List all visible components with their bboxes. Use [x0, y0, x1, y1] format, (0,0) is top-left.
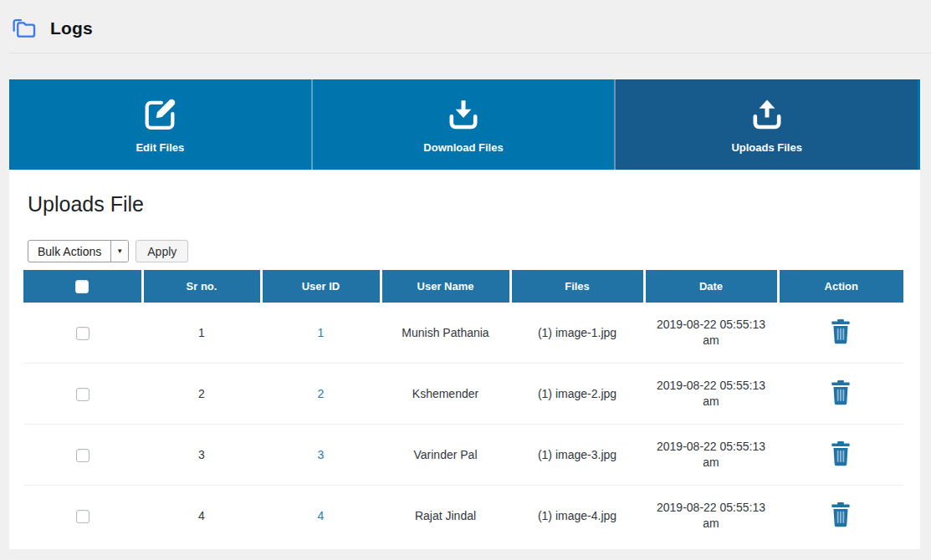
- user-id-link[interactable]: 1: [318, 326, 325, 339]
- cell-user-name: Munish Pathania: [381, 303, 510, 364]
- row-checkbox[interactable]: [76, 510, 90, 523]
- folder-icon: [11, 17, 38, 40]
- header-checkbox-cell: [23, 270, 142, 303]
- delete-button[interactable]: [830, 318, 852, 344]
- table-row: 2 2 Kshemender (1) image-2.jpg 2019-08-2…: [23, 364, 903, 425]
- cell-files: (1) image-3.jpg: [510, 425, 644, 486]
- header-date: Date: [644, 270, 778, 303]
- cell-user-name: Kshemender: [381, 364, 510, 425]
- tab-label: Download Files: [423, 141, 503, 154]
- table-row: 1 1 Munish Pathania (1) image-1.jpg 2019…: [23, 303, 903, 364]
- cell-date: 2019-08-22 05:55:13 am: [644, 486, 778, 547]
- table-header-row: Sr no. User ID User Name Files Date Acti…: [23, 270, 903, 303]
- tab-label: Edit Files: [136, 141, 184, 154]
- row-checkbox-cell: [23, 425, 142, 486]
- cell-user-id: 3: [261, 425, 381, 486]
- bulk-actions-select[interactable]: Bulk Actions ▼: [28, 240, 129, 262]
- cell-user-name: Varinder Pal: [381, 425, 510, 486]
- trash-icon: [830, 501, 852, 527]
- trash-icon: [830, 379, 852, 405]
- uploads-table: Sr no. User ID User Name Files Date Acti…: [23, 270, 903, 546]
- content-panel: Uploads File Bulk Actions ▼ Apply Sr no.…: [9, 170, 920, 549]
- cell-user-id: 1: [261, 303, 381, 364]
- cell-sr-no: 4: [142, 486, 261, 547]
- cell-action: [778, 364, 903, 425]
- cell-date: 2019-08-22 05:55:13 am: [644, 303, 778, 364]
- table-row: 4 4 Rajat Jindal (1) image-4.jpg 2019-08…: [23, 486, 903, 547]
- row-checkbox-cell: [23, 486, 142, 547]
- cell-user-id: 2: [261, 364, 381, 425]
- row-checkbox[interactable]: [76, 327, 90, 340]
- row-checkbox[interactable]: [76, 388, 90, 401]
- cell-sr-no: 2: [142, 364, 261, 425]
- cell-action: [778, 303, 903, 364]
- bulk-actions-selected-option: Bulk Actions: [28, 241, 110, 262]
- delete-button[interactable]: [830, 501, 852, 527]
- cell-user-id: 4: [261, 486, 381, 547]
- header-divider: [9, 53, 931, 53]
- table-row: 3 3 Varinder Pal (1) image-3.jpg 2019-08…: [23, 425, 903, 486]
- cell-files: (1) image-1.jpg: [510, 303, 644, 364]
- table-body: 1 1 Munish Pathania (1) image-1.jpg 2019…: [23, 303, 903, 546]
- row-checkbox[interactable]: [76, 449, 90, 462]
- user-id-link[interactable]: 4: [318, 509, 325, 522]
- cell-files: (1) image-4.jpg: [510, 486, 644, 547]
- tab-edit-files[interactable]: Edit Files: [9, 79, 311, 170]
- header-sr-no: Sr no.: [142, 270, 261, 303]
- delete-button[interactable]: [830, 440, 852, 466]
- upload-icon: [747, 95, 787, 134]
- apply-button[interactable]: Apply: [136, 240, 188, 262]
- delete-button[interactable]: [830, 379, 852, 405]
- tab-download-files[interactable]: Download Files: [311, 79, 615, 170]
- section-heading: Uploads File: [28, 192, 144, 216]
- page-title: Logs: [50, 18, 93, 38]
- header-action: Action: [778, 270, 903, 303]
- tab-bar: Edit Files Download Files Uploads Files: [9, 79, 920, 170]
- trash-icon: [830, 440, 852, 466]
- bulk-actions-row: Bulk Actions ▼ Apply: [28, 240, 188, 262]
- cell-files: (1) image-2.jpg: [510, 364, 644, 425]
- select-all-checkbox[interactable]: [75, 280, 89, 293]
- edit-icon: [140, 95, 180, 134]
- row-checkbox-cell: [23, 364, 142, 425]
- trash-icon: [830, 318, 852, 344]
- tab-label: Uploads Files: [731, 141, 802, 154]
- header-user-name: User Name: [381, 270, 510, 303]
- user-id-link[interactable]: 3: [318, 448, 325, 461]
- cell-sr-no: 1: [142, 303, 261, 364]
- tab-uploads-files[interactable]: Uploads Files: [614, 79, 920, 170]
- cell-action: [778, 425, 903, 486]
- header-user-id: User ID: [261, 270, 381, 303]
- user-id-link[interactable]: 2: [318, 387, 325, 400]
- cell-sr-no: 3: [142, 425, 261, 486]
- download-icon: [443, 95, 483, 134]
- page-header: Logs: [11, 17, 93, 40]
- cell-date: 2019-08-22 05:55:13 am: [644, 364, 778, 425]
- chevron-down-icon: ▼: [110, 241, 128, 262]
- cell-user-name: Rajat Jindal: [381, 486, 510, 547]
- cell-date: 2019-08-22 05:55:13 am: [644, 425, 778, 486]
- cell-action: [778, 486, 903, 547]
- header-files: Files: [510, 270, 644, 303]
- row-checkbox-cell: [23, 303, 142, 364]
